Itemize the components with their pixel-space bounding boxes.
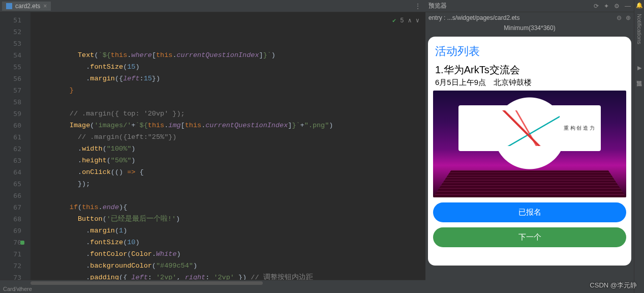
signed-up-button[interactable]: 已报名 — [433, 202, 626, 222]
horizontal-scrollbar[interactable] — [0, 280, 425, 286]
card-image[interactable]: 重 构 创 造 力 — [433, 91, 626, 197]
previewer-header: 预览器 ⟳ ✦ ⚙ — — [425, 0, 634, 12]
code-content[interactable]: ✔ 5 ∧ ∨ Text(`${this.where[this.currentQ… — [30, 12, 425, 280]
card-subtitle: 6月5日上午9点 北京钟鼓楼 — [433, 78, 626, 87]
device-preview: 活动列表 1.华为ArkTs交流会 6月5日上午9点 北京钟鼓楼 重 构 创 造… — [428, 37, 631, 266]
card-item-title: 1.华为ArkTs交流会 — [433, 63, 626, 77]
triangle-icon[interactable]: ▶ — [637, 65, 641, 71]
svg-rect-0 — [6, 3, 12, 9]
refresh-icon[interactable]: ⟳ — [594, 3, 599, 10]
file-tab-label: card2.ets — [15, 3, 40, 10]
inspection-widget[interactable]: ✔ 5 ∧ ∨ — [392, 15, 419, 27]
right-tool-strip: 🔔 Notifications ▶ 预览器 — [634, 0, 644, 293]
chevron-up-icon[interactable]: ∧ — [408, 15, 412, 27]
card-list-title: 活动列表 — [433, 44, 626, 59]
minimize-icon[interactable]: — — [625, 3, 631, 10]
check-icon: ✔ — [392, 15, 396, 27]
chevron-down-icon[interactable]: ∨ — [416, 15, 419, 27]
image-caption: 重 构 创 造 力 — [564, 125, 595, 132]
breadcrumb[interactable]: Card where — [0, 286, 425, 293]
zoom-in-icon[interactable]: ⊕ — [626, 14, 631, 21]
warning-count: 5 — [400, 15, 404, 27]
bell-icon[interactable]: 🔔 — [636, 2, 643, 9]
line-gutter: 5152535455565758596061626364656667686970… — [0, 12, 30, 280]
tab-menu-icon[interactable]: ⋮ — [410, 2, 425, 10]
close-icon[interactable]: × — [43, 3, 47, 10]
previewer-title: 预览器 — [428, 2, 447, 10]
editor-tabbar: card2.ets × ⋮ — [0, 0, 425, 12]
editor-area: 5152535455565758596061626364656667686970… — [0, 12, 425, 280]
watermark: CSDN @李元静 — [590, 281, 637, 290]
file-tab[interactable]: card2.ets × — [2, 2, 51, 11]
gear-icon[interactable]: ⚙ — [614, 3, 620, 10]
notifications-tab[interactable]: Notifications — [636, 14, 642, 44]
ets-file-icon — [6, 3, 12, 9]
entry-path: entry : ...s/widget/pages/card2.ets — [428, 14, 519, 21]
compass-icon[interactable]: ✦ — [604, 3, 609, 10]
zoom-out-icon[interactable]: ⊖ — [617, 14, 622, 21]
next-button[interactable]: 下一个 — [433, 227, 626, 247]
dimension-label: Minimum(334*360) — [425, 23, 634, 35]
